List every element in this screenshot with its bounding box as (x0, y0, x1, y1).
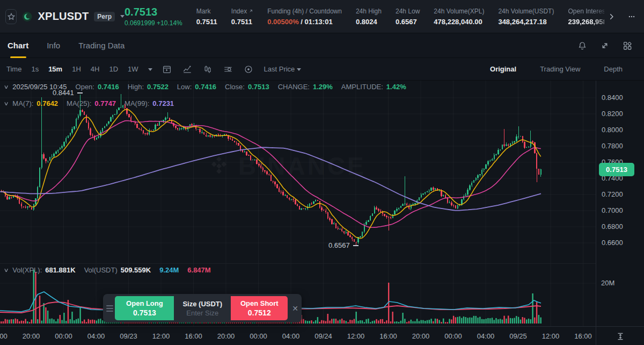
quick-trade-widget: Open Long 0.7513 Size (USDT) Enter Size … (103, 294, 302, 322)
time-axis-label: 12:00 (538, 332, 564, 340)
time-axis[interactable]: 16:0020:0000:0004:0009/2312:0016:0020:00… (0, 326, 644, 345)
jump-to-date-calendar-icon[interactable] (162, 64, 172, 74)
time-axis-label: 16:00 (181, 332, 207, 340)
header-stat: Funding (4h) / Countdown0.00500% / 01:13… (267, 8, 342, 26)
header-stat: Open Interest(239,268,958.2 (568, 8, 604, 26)
line-chart-style-icon[interactable] (182, 64, 192, 74)
price-axis-label: 0.8000 (602, 126, 623, 134)
long-price: 0.7513 (133, 308, 156, 318)
time-axis-label: 20:00 (408, 332, 434, 340)
header-stat: Index0.7511 (231, 8, 253, 26)
price-axis-label: 0.7800 (602, 142, 623, 150)
price-axis-label: 0.8400 (602, 94, 623, 102)
header-stat: 24h Volume(USDT)348,264,217.18 (498, 8, 554, 26)
time-axis-label: 12:00 (343, 332, 369, 340)
layout-widgets-icon[interactable] (623, 41, 632, 51)
header-stat: 24h Volume(XPL)478,228,040.00 (434, 8, 484, 26)
fullscreen-expand-icon[interactable] (600, 41, 610, 51)
market-type-badge: Perp (94, 12, 115, 21)
price-axis-label: 0.7200 (602, 190, 623, 198)
widget-drag-handle[interactable] (106, 305, 113, 312)
time-axis-label: 00:00 (246, 332, 272, 340)
instrument-header: XPLUSDT Perp 0.7513 0.0691999 +10.14% Ma… (0, 0, 644, 33)
symbol-title: XPLUSDT (38, 10, 89, 23)
time-mode-button[interactable]: Time (6, 65, 21, 73)
more-menu-icon[interactable] (627, 13, 636, 20)
notification-bell-icon[interactable] (577, 41, 587, 51)
tab-chart[interactable]: Chart (8, 33, 28, 58)
market-stats: Mark0.7511Index0.7511Funding (4h) / Coun… (196, 8, 604, 26)
widget-close-icon[interactable]: ✕ (292, 304, 298, 313)
xpl-coin-logo-icon (22, 10, 32, 24)
last-price: 0.7513 (125, 6, 182, 18)
pane-divider[interactable] (0, 263, 596, 264)
price-axis-label: 0.6600 (602, 239, 623, 247)
star-icon (7, 12, 16, 21)
interval-1s[interactable]: 1s (31, 65, 39, 73)
short-price: 0.7512 (248, 308, 271, 318)
time-axis-label: 04:00 (83, 332, 109, 340)
time-axis-label: 16:00 (376, 332, 401, 340)
view-original[interactable]: Original (490, 65, 516, 73)
open-short-button[interactable]: Open Short 0.7512 (231, 296, 288, 320)
current-price-badge: 0.7513 (599, 163, 634, 176)
interval-1W[interactable]: 1W (128, 65, 138, 73)
time-axis-label: 09/23 (116, 332, 142, 340)
header-stat: 24h High0.8024 (356, 8, 382, 26)
futures-trading-page: XPLUSDT Perp 0.7513 0.0691999 +10.14% Ma… (0, 0, 644, 345)
time-axis-label: 20:00 (18, 332, 44, 340)
candlestick-style-icon[interactable] (203, 64, 213, 74)
chart-tabs-bar: ChartInfoTrading Data (0, 33, 644, 58)
symbol-dropdown-caret-icon[interactable] (120, 15, 125, 18)
crosshair-target-icon[interactable] (244, 64, 253, 74)
open-long-button[interactable]: Open Long 0.7513 (115, 296, 174, 320)
price-axis-label: 0.7000 (602, 206, 623, 214)
time-axis-label: 09/25 (506, 332, 531, 340)
time-axis-label: 00:00 (441, 332, 466, 340)
interval-dropdown-caret-icon[interactable] (148, 65, 152, 73)
time-axis-label: 04:00 (278, 332, 304, 340)
time-axis-label: 16:00 (0, 332, 12, 340)
stats-scroll-right-icon[interactable] (608, 13, 615, 20)
axis-corner[interactable] (596, 327, 644, 345)
view-depth[interactable]: Depth (604, 65, 623, 73)
time-axis-label: 09/24 (311, 332, 336, 340)
header-stat: Mark0.7511 (196, 8, 217, 26)
price-axis-label: 0.8200 (602, 110, 623, 118)
time-axis-label: 12:00 (148, 332, 174, 340)
price-axis[interactable]: 0.84000.82000.80000.78000.76000.74000.72… (596, 81, 644, 326)
interval-4H[interactable]: 4H (91, 65, 100, 73)
interval-1H[interactable]: 1H (72, 65, 81, 73)
price-axis-label: 0.6800 (602, 222, 623, 231)
interval-1D[interactable]: 1D (109, 65, 118, 73)
tab-info[interactable]: Info (47, 33, 60, 58)
indicator-settings-icon[interactable] (223, 64, 233, 74)
arrow-ne-icon (248, 9, 253, 13)
price-change: 0.0691999 +10.14% (125, 19, 182, 27)
time-axis-label: 00:00 (51, 332, 77, 340)
time-axis-label: 04:00 (473, 332, 499, 340)
favorite-star-button[interactable] (5, 9, 17, 24)
price-mode-dropdown[interactable]: Last Price (264, 65, 301, 73)
view-trading-view[interactable]: Trading View (540, 65, 580, 73)
chart-toolbar: Time 1s15m1H4H1D1W Last Price OriginalTr… (0, 58, 644, 81)
header-stat: 24h Low0.6567 (396, 8, 420, 26)
auto-fit-scale-icon[interactable] (615, 332, 626, 341)
size-placeholder: Enter Size (186, 308, 218, 318)
time-axis-label: 20:00 (213, 332, 239, 340)
tab-trading-data[interactable]: Trading Data (78, 33, 125, 58)
size-input[interactable]: Size (USDT) Enter Size (174, 296, 231, 320)
time-axis-label: 16:00 (570, 332, 596, 340)
chart-area: BINANCE ∨2025/09/25 10:45Open:0.7416High… (0, 81, 644, 345)
volume-axis-label: 20M (601, 279, 614, 287)
interval-15m[interactable]: 15m (48, 65, 62, 73)
